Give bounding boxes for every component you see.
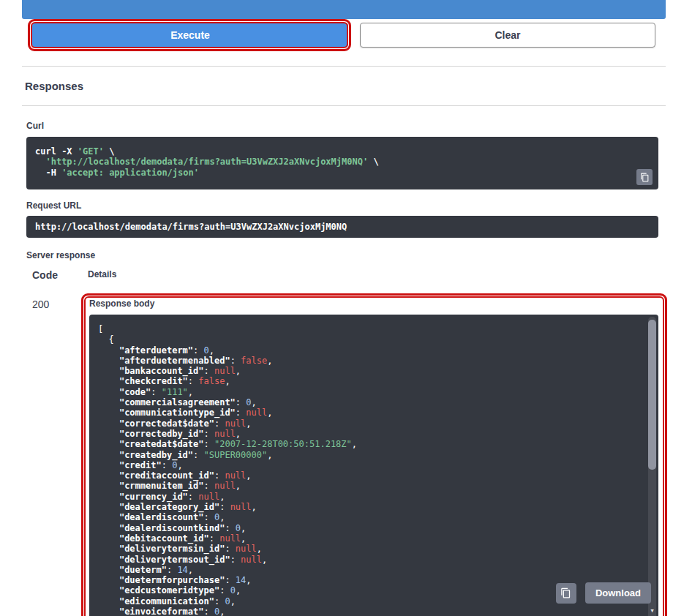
request-url-block: http://localhost/demodata/firms?auth=U3V… (26, 216, 658, 238)
responses-section-header: Responses (22, 67, 666, 106)
request-url-label: Request URL (26, 200, 658, 211)
server-response-table: Code Details 200 Response body [ { "afte… (26, 269, 658, 616)
scrollbar-thumb[interactable] (648, 320, 656, 470)
curl-code-block: curl -X 'GET' \ 'http://localhost/demoda… (26, 137, 658, 189)
code-header: Code (26, 269, 88, 291)
opblock-summary-bar[interactable] (22, 0, 666, 19)
execute-wrapper: Execute Clear (22, 23, 666, 48)
details-header: Details (88, 269, 658, 291)
response-body-block: [ { "afterdueterm": 0, "afterduetermenab… (89, 315, 658, 616)
responses-inner: Curl curl -X 'GET' \ 'http://localhost/d… (22, 106, 666, 616)
copy-icon (640, 173, 650, 182)
scrollbar[interactable]: ▼ (648, 317, 656, 616)
response-body-code: [ { "afterdueterm": 0, "afterduetermenab… (98, 324, 650, 616)
copy-icon (560, 587, 571, 598)
server-response-label: Server response (26, 250, 658, 260)
response-body-label: Response body (89, 298, 658, 309)
status-code: 200 (26, 291, 88, 616)
response-details-cell: Response body [ { "afterdueterm": 0, "af… (88, 291, 658, 616)
clear-button[interactable]: Clear (360, 23, 655, 48)
download-button[interactable]: Download (585, 582, 651, 604)
curl-label: Curl (26, 121, 658, 131)
curl-code: curl -X 'GET' \ 'http://localhost/demoda… (35, 146, 650, 178)
copy-response-button[interactable] (556, 583, 576, 604)
execute-button[interactable]: Execute (32, 23, 348, 48)
response-controls: Download (556, 582, 651, 604)
copy-curl-button[interactable] (636, 169, 653, 185)
scroll-down-icon[interactable]: ▼ (648, 608, 656, 614)
request-url-value: http://localhost/demodata/firms?auth=U3V… (35, 222, 347, 232)
responses-title: Responses (25, 80, 83, 92)
swagger-response-page: Execute Clear Responses Curl curl -X 'GE… (0, 0, 673, 616)
